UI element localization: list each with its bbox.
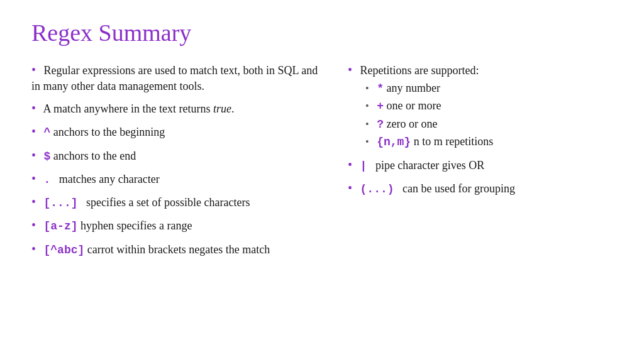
- right-list: Repetitions are supported: * any number …: [348, 62, 613, 197]
- list-item-brackets: [...] specifies a set of possible charac…: [31, 194, 323, 211]
- text-dollar: anchors to the end: [53, 150, 136, 162]
- text-brackets: specifies a set of possible characters: [80, 196, 250, 209]
- right-column: Repetitions are supported: * any number …: [348, 62, 613, 343]
- page: Regex Summary Regular expressions are us…: [0, 0, 644, 362]
- code-question: ?: [377, 118, 384, 131]
- sub-item-plus: + one or more: [365, 99, 613, 114]
- left-list: Regular expressions are used to match te…: [31, 62, 323, 258]
- code-dot: .: [44, 173, 51, 186]
- sub-item-question: ? zero or one: [365, 117, 613, 132]
- text-pipe: pipe character gives OR: [370, 159, 484, 172]
- text-regular-expressions: Regular expressions are used to match te…: [31, 64, 318, 92]
- sub-item-star: * any number: [365, 81, 613, 96]
- sub-list-repetitions: * any number + one or more ? zero or one: [348, 81, 613, 150]
- code-dollar: $: [44, 150, 51, 163]
- text-repetitions: Repetitions are supported:: [360, 64, 479, 77]
- code-range: [a-z]: [44, 220, 78, 233]
- code-grouping: (...): [360, 183, 394, 195]
- text-negate: carrot within brackets negates the match: [87, 243, 270, 256]
- text-question: zero or one: [386, 118, 437, 130]
- text-dot: matches any character: [53, 173, 160, 185]
- text-caret: anchors to the beginning: [53, 126, 165, 138]
- text-star: any number: [386, 82, 440, 94]
- text-grouping: can be used for grouping: [397, 182, 515, 195]
- page-title: Regex Summary: [31, 19, 613, 47]
- text-plus: one or more: [386, 99, 441, 112]
- code-caret: ^: [44, 126, 51, 139]
- content-area: Regular expressions are used to match te…: [31, 62, 613, 343]
- sub-item-nm: {n,m} n to m repetitions: [365, 134, 613, 150]
- text-range: hyphen specifies a range: [80, 219, 192, 232]
- code-star: *: [377, 82, 384, 95]
- list-item-caret: ^ anchors to the beginning: [31, 123, 323, 140]
- list-item-pipe: | pipe character gives OR: [348, 156, 613, 173]
- list-item-dollar: $ anchors to the end: [31, 147, 323, 164]
- italic-true: true: [213, 102, 231, 115]
- text-nm: n to m repetitions: [414, 135, 493, 148]
- code-brackets: [...]: [44, 197, 78, 209]
- left-column: Regular expressions are used to match te…: [31, 62, 323, 343]
- list-item-range: [a-z] hyphen specifies a range: [31, 217, 323, 234]
- list-item-regular-expressions: Regular expressions are used to match te…: [31, 62, 323, 94]
- code-negate: [^abc]: [44, 244, 85, 256]
- code-nm: {n,m}: [377, 136, 411, 148]
- text-match-anywhere: A match anywhere in the text returns tru…: [43, 102, 235, 115]
- code-plus: +: [377, 100, 384, 112]
- list-item-match-anywhere: A match anywhere in the text returns tru…: [31, 100, 323, 117]
- code-pipe: |: [360, 160, 367, 172]
- list-item-negate: [^abc] carrot within brackets negates th…: [31, 241, 323, 258]
- list-item-repetitions: Repetitions are supported: * any number …: [348, 62, 613, 150]
- list-item-dot: . matches any character: [31, 170, 323, 187]
- list-item-grouping: (...) can be used for grouping: [348, 180, 613, 197]
